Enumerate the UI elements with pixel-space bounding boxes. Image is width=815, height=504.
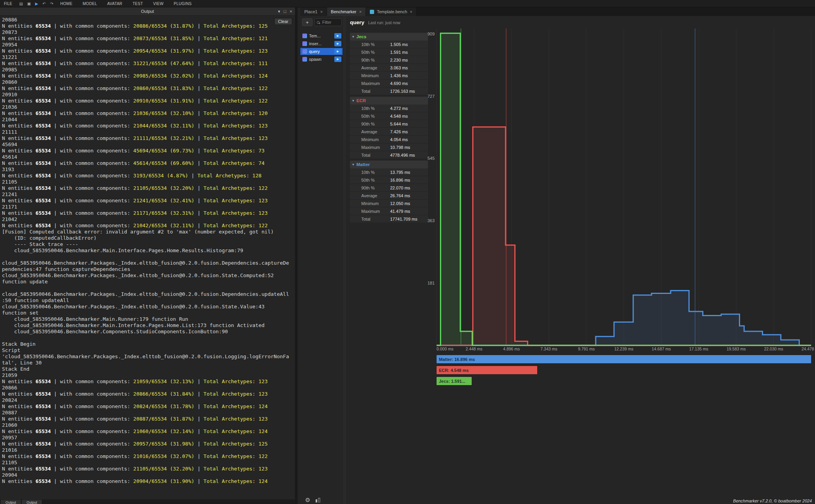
run-play-icon[interactable]: ▶: [334, 49, 341, 54]
menu-plugins[interactable]: PLUGINS: [174, 2, 192, 6]
stats-section-jecs: ▾Jecs10th %1.505 ms50th %1.591 ms90th %2…: [350, 33, 428, 95]
x-tick-label: 9.791 ms: [578, 347, 595, 351]
stat-label: Average: [361, 65, 390, 70]
run-play-icon[interactable]: ▶: [334, 33, 341, 39]
stat-value: 16.896 ms: [390, 178, 410, 182]
x-tick-label: 4.896 ms: [503, 347, 520, 351]
filter-input[interactable]: [321, 19, 339, 25]
output-error-line: function set: [2, 310, 295, 316]
stat-label: 90th %: [361, 58, 390, 62]
stat-row: Average3.063 ms: [350, 64, 428, 72]
roblox-studio-window: FILE ▤▣▶↶↷ HOMEMODELAVATARTESTVIEWPLUGIN…: [0, 0, 815, 504]
entity-count-line: 20954: [2, 42, 295, 48]
file-icon[interactable]: ▤: [19, 2, 23, 6]
last-run-label: Last run: just now: [368, 20, 400, 25]
output-error-line: cloud_5853950046.Benchmarker.Packages._I…: [2, 260, 295, 266]
benchmark-item-Tem[interactable]: Tem...▶: [300, 32, 343, 39]
benchmark-item-inser[interactable]: inser...▶: [300, 40, 343, 47]
entity-detail-line: N entities 65534 | with common component…: [2, 148, 295, 154]
credit-text: Benchmarker v7.2.0, © boatbomber 2024: [733, 499, 812, 503]
entity-count-line: 20985: [2, 67, 295, 73]
x-tick-label: 2.448 ms: [465, 347, 482, 351]
output-panel-header[interactable]: Output ▾□×: [0, 7, 295, 16]
stat-value: 4778.496 ms: [390, 153, 415, 157]
stat-value: 3.063 ms: [390, 65, 408, 70]
stat-label: Minimum: [361, 73, 390, 78]
entity-detail-line: N entities 65534 | with common component…: [2, 135, 295, 141]
export-icon[interactable]: [315, 498, 321, 504]
entity-detail-line: N entities 65534 | with common component…: [2, 23, 295, 29]
stat-row: 50th %4.548 ms: [350, 112, 428, 120]
output-log[interactable]: 20886N entities 65534 | with common comp…: [0, 16, 295, 499]
entity-count-line: 21241: [2, 191, 295, 198]
settings-icon[interactable]: ⚙: [305, 497, 310, 504]
stat-row: 90th %2.230 ms: [350, 56, 428, 64]
output-error-line: [2, 254, 295, 260]
entity-count-line: 21105: [2, 179, 295, 185]
tab-label: Place1: [304, 9, 318, 14]
entity-detail-line: N entities 65534 | with common component…: [2, 123, 295, 129]
menu-avatar[interactable]: AVATAR: [107, 2, 123, 6]
menu-model[interactable]: MODEL: [83, 2, 97, 6]
y-tick-label: 363: [414, 218, 435, 224]
benchmark-file-icon: [302, 34, 307, 38]
menu-view[interactable]: VIEW: [153, 2, 163, 6]
stat-value: 12.050 ms: [390, 201, 410, 206]
entity-count-line: 20824: [2, 397, 295, 403]
clear-button[interactable]: Clear: [274, 18, 292, 25]
benchmark-item-label: Tem...: [309, 34, 332, 38]
save-icon[interactable]: ▣: [27, 2, 31, 6]
close-icon[interactable]: ×: [290, 9, 292, 14]
entity-count-line: 21036: [2, 104, 295, 110]
entity-detail-line: N entities 65534 | with common component…: [2, 160, 295, 166]
stats-sections: ▾Jecs10th %1.505 ms50th %1.591 ms90th %2…: [350, 33, 428, 225]
stat-value: 1.436 ms: [390, 73, 408, 78]
close-icon[interactable]: ×: [320, 9, 323, 14]
add-benchmark-button[interactable]: +: [302, 18, 313, 26]
close-icon[interactable]: ×: [410, 9, 412, 14]
output-error-line: Script: [2, 347, 295, 354]
section-title: Matter: [357, 162, 370, 167]
menu-home[interactable]: HOME: [60, 2, 73, 6]
tab-place1[interactable]: Place1×: [300, 7, 327, 16]
stat-row: Maximum4.690 ms: [350, 80, 428, 87]
benchmark-item-spawn[interactable]: spawn▶: [300, 56, 343, 63]
stat-row: 50th %1.591 ms: [350, 48, 428, 56]
tab-benchmarker[interactable]: Benchmarker×: [327, 7, 366, 16]
redo-icon[interactable]: ↷: [50, 2, 53, 6]
benchmark-item-query[interactable]: query▶: [300, 48, 343, 55]
stat-value: 1.505 ms: [390, 42, 408, 47]
tab-template-bench[interactable]: Template.bench×: [366, 7, 417, 16]
float-window-icon[interactable]: □: [284, 9, 286, 14]
y-tick-label: 545: [414, 156, 435, 162]
entity-count-line: 21060: [2, 422, 295, 428]
stat-value: 22.070 ms: [390, 186, 410, 190]
sidebar-divider[interactable]: [343, 16, 347, 504]
stat-row: Minimum4.054 ms: [350, 136, 428, 143]
menu-test[interactable]: TEST: [133, 2, 143, 6]
undo-icon[interactable]: ↶: [43, 2, 46, 6]
play-icon[interactable]: ▶: [35, 2, 38, 6]
stat-label: 10th %: [361, 42, 390, 47]
output-dock-tab[interactable]: Output: [22, 500, 42, 504]
stats-section-matter: ▾Matter10th %13.795 ms50th %16.896 ms90t…: [350, 161, 428, 223]
entity-count-line: 45614: [2, 154, 295, 160]
entity-count-line: 20904: [2, 472, 295, 478]
output-error-line: (ID: computedCallbackError): [2, 235, 295, 241]
stat-value: 1.591 ms: [390, 50, 408, 55]
stat-row: 50th %16.896 ms: [350, 176, 428, 184]
stats-section-ecr: ▾ECR10th %4.272 ms50th %4.548 ms90th %5.…: [350, 97, 428, 159]
filter-box[interactable]: [314, 18, 342, 26]
stat-row: Average26.764 ms: [350, 192, 428, 200]
output-dock-tab[interactable]: Output: [1, 500, 21, 504]
entity-detail-line: N entities 65534 | with common component…: [2, 173, 295, 179]
menu-file[interactable]: FILE: [4, 2, 12, 6]
results-header: query Last run: just now: [350, 19, 433, 25]
stat-row: 90th %22.070 ms: [350, 184, 428, 192]
run-play-icon[interactable]: ▶: [334, 41, 341, 46]
close-icon[interactable]: ×: [359, 9, 362, 14]
chevron-down-icon[interactable]: ▾: [278, 9, 280, 14]
run-play-icon[interactable]: ▶: [334, 57, 341, 62]
x-tick-label: 24.478 ms: [801, 347, 815, 351]
entity-detail-line: N entities 65534 | with common component…: [2, 185, 295, 191]
